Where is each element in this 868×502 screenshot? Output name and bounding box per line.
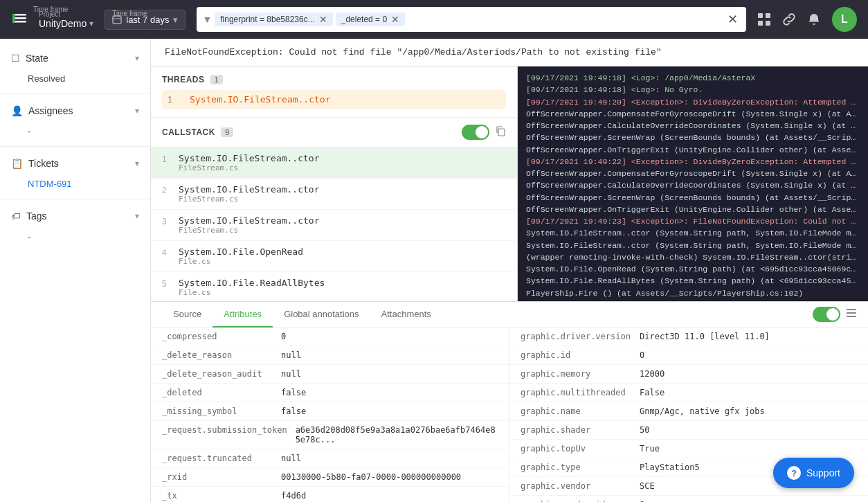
menu-icon[interactable] [11, 11, 28, 28]
attr-key: _tx [162, 491, 273, 501]
tags-icon: 🏷 [11, 210, 21, 222]
sidebar-assignees-header[interactable]: 👤 Assignees ▾ [0, 100, 150, 122]
attr-key: graphic.shader [521, 425, 631, 435]
filter-chip-fingerprint-close[interactable]: ✕ [319, 15, 327, 24]
attr-value: 00130000-5b80-fa07-0000-000000000000 [281, 472, 461, 482]
attr-value: True [640, 444, 660, 454]
log-line: OffScreenWrapper.CalculateOverrideCoordi… [526, 120, 860, 132]
sidebar-assignees-value[interactable]: - [0, 122, 150, 141]
attr-value: a6e36d208d08f5e9a3a8a1a0276bae6afb7464e8… [296, 425, 498, 445]
log-line: [09/17/2021 19:49:18] <Log>: No Gyro. [526, 84, 860, 96]
attributes-grid: _compressed0_delete_reasonnull_delete_re… [151, 328, 868, 502]
attr-value: null [281, 350, 301, 360]
thread-num-1: 1 [168, 94, 181, 105]
attr-key: graphic.id [521, 350, 631, 360]
attr-key: _request.submission_token [162, 425, 287, 435]
callstack-item-1[interactable]: 1 System.IO.FileStream..ctor FileStream.… [151, 147, 517, 179]
log-line: OffScreenWrapper.ScreenWrap (ScreenBound… [526, 192, 860, 204]
sidebar-section-state: ☐ State ▾ Resolved [0, 47, 150, 88]
timeframe-chevron-icon: ▾ [173, 15, 178, 25]
timeframe-label-text: Time frame [33, 6, 68, 13]
callstack-controls [462, 125, 506, 140]
attr-value: 0 [281, 332, 286, 341]
support-icon: ? [787, 466, 801, 480]
attrs-list-view-button[interactable] [846, 307, 857, 321]
attr-key: graphic.driver.version [521, 332, 631, 341]
attr-row: graphic.multithreadedFalse [509, 384, 868, 402]
svg-rect-9 [766, 13, 770, 18]
attr-value: 0 [640, 350, 644, 360]
attr-value: f4d6d [281, 491, 306, 501]
state-chevron-icon: ▾ [135, 53, 139, 63]
callstack-item-3[interactable]: 3 System.IO.FileStream..ctor FileStream.… [151, 210, 517, 241]
attr-value: False [640, 388, 664, 397]
link-button[interactable] [782, 12, 796, 26]
sidebar-tags-label: Tags [26, 210, 47, 222]
filter-chip-deleted-text: _deleted = 0 [341, 15, 387, 24]
list-view-icon [846, 307, 857, 319]
state-icon: ☐ [11, 53, 20, 64]
svg-rect-10 [758, 21, 763, 26]
attr-value: SCE [640, 481, 655, 491]
threads-section: THREADS 1 1 System.IO.FileStream..ctor [151, 66, 517, 118]
callstack-section: CALLSTACK 9 [151, 118, 517, 301]
threads-count: 1 [210, 75, 223, 84]
filter-chip-fingerprint[interactable]: fingerprint = 8be58236c... ✕ [215, 12, 332, 26]
attrs-toggle[interactable] [813, 307, 840, 322]
attr-value: 50 [640, 425, 649, 435]
attr-key: graphic.name [521, 406, 631, 416]
svg-rect-3 [12, 14, 15, 22]
sidebar-tags-value[interactable]: - [0, 227, 150, 246]
attr-row: graphic.memory12000 [509, 365, 868, 384]
callstack-count: 9 [221, 127, 233, 137]
callstack-copy-button[interactable] [495, 125, 506, 139]
filter-chip-deleted-close[interactable]: ✕ [391, 15, 399, 24]
callstack-item-4[interactable]: 4 System.IO.File.OpenRead File.cs [151, 241, 517, 272]
grid-view-button[interactable] [757, 12, 771, 26]
sidebar-tickets-value[interactable]: NTDM-691 [0, 174, 150, 193]
filter-bar: ▼ fingerprint = 8be58236c... ✕ _deleted … [197, 7, 746, 32]
divider-1 [0, 93, 150, 94]
tab-global-annotations[interactable]: Global annotations [273, 302, 370, 328]
tab-attributes[interactable]: Attributes [213, 302, 273, 328]
callstack-toggle[interactable] [462, 125, 489, 140]
attr-key: _request.truncated [162, 454, 273, 463]
avatar[interactable]: L [832, 7, 857, 32]
log-line: [09/17/2021 19:49:20] <Exception>: Divid… [526, 96, 860, 108]
filter-chip-deleted[interactable]: _deleted = 0 ✕ [336, 12, 405, 26]
callstack-header: CALLSTACK 9 [151, 118, 517, 147]
attr-row: _delete_reasonnull [151, 346, 509, 365]
tab-source[interactable]: Source [162, 302, 213, 328]
filter-chip-fingerprint-text: fingerprint = 8be58236c... [220, 15, 314, 24]
sidebar-state-value[interactable]: Resolved [0, 69, 150, 88]
attr-value: 12000 [640, 369, 664, 379]
attr-key: _missing_symbol [162, 406, 273, 416]
timeframe-selector[interactable]: Time frame Time frame last 7 days ▾ [105, 10, 186, 30]
sidebar-tickets-header[interactable]: 📋 Tickets ▾ [0, 152, 150, 174]
attr-value: Direct3D 11.0 [level 11.0] [640, 332, 770, 341]
project-name: UnityDemo [39, 18, 87, 29]
sidebar-assignees-label: Assignees [28, 105, 73, 116]
tabs-row: Source Attributes Global annotations Att… [151, 302, 868, 328]
tab-attachments[interactable]: Attachments [370, 302, 442, 328]
filter-clear-button[interactable]: ✕ [725, 12, 741, 27]
attr-key: graphic.memory [521, 369, 631, 379]
attr-row: _delete_reason_auditnull [151, 365, 509, 384]
support-button[interactable]: ? Support [773, 458, 854, 488]
attr-value: null [281, 369, 301, 379]
attr-key: graphic.vendor [521, 481, 631, 491]
callstack-title: CALLSTACK [162, 127, 215, 137]
callstack-item-5[interactable]: 5 System.IO.File.ReadAllBytes File.cs [151, 272, 517, 301]
attr-value: false [281, 388, 306, 397]
thread-row-1[interactable]: 1 System.IO.FileStream..ctor [162, 90, 506, 109]
log-line: OffScreenWrapper.OnTriggerExit (UnityEng… [526, 144, 860, 156]
bell-button[interactable] [807, 12, 821, 26]
log-line: [09/17/2021 19:49:18] <Log>: /app0/Media… [526, 72, 860, 84]
attr-value: PlayStation5 [640, 463, 700, 472]
attr-key: _deleted [162, 388, 273, 397]
svg-rect-12 [498, 129, 505, 136]
sidebar-tags-header[interactable]: 🏷 Tags ▾ [0, 205, 150, 227]
callstack-item-2[interactable]: 2 System.IO.FileStream..ctor FileStream.… [151, 179, 517, 210]
sidebar-state-header[interactable]: ☐ State ▾ [0, 47, 150, 69]
timeframe-label: Time frame [112, 10, 147, 17]
